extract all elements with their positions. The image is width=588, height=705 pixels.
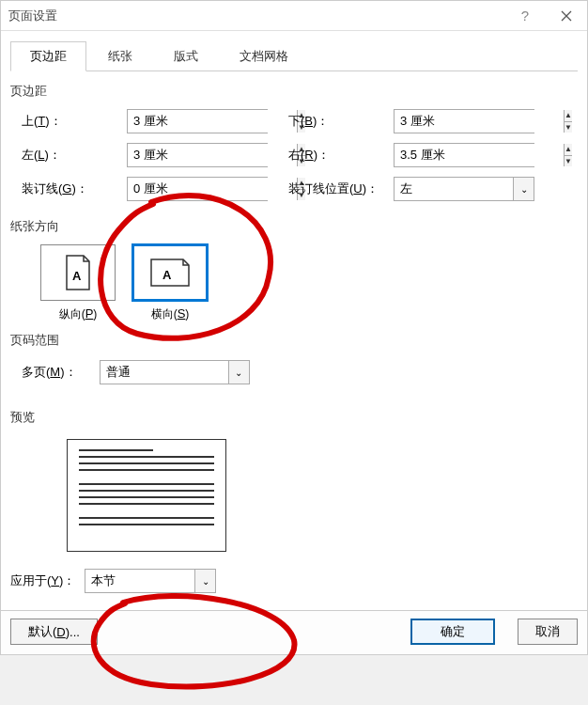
gutter-value[interactable] — [128, 178, 297, 200]
ok-button[interactable]: 确定 — [410, 619, 495, 645]
gutter-pos-value: 左 — [395, 178, 513, 200]
apply-to-row: 应用于(Y)： 本节 ⌄ — [10, 569, 578, 593]
help-button[interactable]: ? — [504, 1, 546, 31]
titlebar: 页面设置 ? — [1, 1, 587, 31]
close-icon — [561, 10, 572, 22]
portrait-label: 纵向(P) — [59, 306, 98, 322]
dialog-title: 页面设置 — [8, 8, 504, 24]
bottom-margin-input[interactable]: ▲▼ — [394, 109, 534, 133]
close-button[interactable] — [546, 1, 587, 31]
section-margins-label: 页边距 — [10, 83, 578, 100]
portrait-page-icon: A — [63, 254, 93, 291]
margins-grid: 上(T)： ▲▼ 下(B)： ▲▼ 左(L)： ▲▼ 右(R)： ▲▼ 装订线(… — [22, 109, 578, 201]
gutter-pos-dropdown[interactable]: 左 ⌄ — [394, 177, 534, 201]
right-margin-input[interactable]: ▲▼ — [394, 143, 534, 167]
left-margin-value[interactable] — [128, 144, 297, 166]
cancel-button[interactable]: 取消 — [518, 619, 578, 645]
page-setup-dialog: 页面设置 ? 页边距 纸张 版式 文档网格 页边距 上(T)： ▲▼ 下(B)：… — [0, 0, 588, 655]
chevron-down-icon[interactable]: ⌄ — [228, 361, 249, 384]
preview-box — [67, 439, 226, 552]
tab-grid[interactable]: 文档网格 — [220, 41, 308, 71]
spin-down-icon[interactable]: ▼ — [565, 122, 572, 133]
landscape-page-icon: A — [149, 258, 191, 288]
gutter-label: 装订线(G)： — [22, 180, 116, 197]
multipage-value: 普通 — [101, 361, 228, 384]
left-margin-input[interactable]: ▲▼ — [127, 143, 268, 167]
multipage-label: 多页(M)： — [22, 364, 77, 381]
section-preview-label: 预览 — [10, 409, 578, 426]
dialog-content: 页边距 纸张 版式 文档网格 页边距 上(T)： ▲▼ 下(B)： ▲▼ 左(L… — [1, 31, 587, 610]
chevron-down-icon[interactable]: ⌄ — [513, 178, 534, 200]
spin-up-icon[interactable]: ▲ — [565, 144, 572, 156]
tab-layout[interactable]: 版式 — [154, 41, 218, 71]
left-margin-label: 左(L)： — [22, 147, 116, 164]
tab-strip: 页边距 纸张 版式 文档网格 — [10, 40, 578, 71]
landscape-label: 横向(S) — [151, 306, 190, 322]
dialog-footer: 默认(D)... 确定 取消 — [1, 610, 587, 654]
gutter-pos-label: 装订线位置(U)： — [288, 180, 382, 197]
top-margin-input[interactable]: ▲▼ — [127, 109, 268, 133]
bottom-margin-label: 下(B)： — [288, 113, 382, 130]
multipage-dropdown[interactable]: 普通 ⌄ — [100, 360, 250, 384]
section-pagerange-label: 页码范围 — [10, 332, 578, 349]
top-margin-label: 上(T)： — [22, 113, 116, 130]
svg-text:A: A — [72, 269, 82, 283]
section-orientation-label: 纸张方向 — [10, 218, 578, 235]
orientation-landscape[interactable]: A 横向(S) — [132, 244, 208, 322]
orientation-portrait[interactable]: A 纵向(P) — [40, 244, 116, 322]
bottom-margin-value[interactable] — [395, 110, 564, 133]
tab-margins[interactable]: 页边距 — [10, 41, 86, 71]
gutter-input[interactable]: ▲▼ — [127, 177, 268, 201]
svg-text:A: A — [162, 268, 172, 282]
spin-down-icon[interactable]: ▼ — [565, 156, 572, 167]
apply-to-dropdown[interactable]: 本节 ⌄ — [85, 569, 216, 593]
right-margin-value[interactable] — [395, 144, 564, 166]
orientation-row: A 纵向(P) A 横向(S) — [40, 244, 578, 322]
spin-up-icon[interactable]: ▲ — [565, 110, 572, 122]
top-margin-value[interactable] — [128, 110, 297, 133]
apply-to-value: 本节 — [85, 570, 194, 592]
chevron-down-icon[interactable]: ⌄ — [194, 570, 215, 592]
multipage-row: 多页(M)： 普通 ⌄ — [22, 360, 578, 384]
default-button[interactable]: 默认(D)... — [10, 619, 98, 645]
apply-to-label: 应用于(Y)： — [10, 572, 75, 589]
right-margin-label: 右(R)： — [288, 147, 382, 164]
tab-paper[interactable]: 纸张 — [88, 41, 152, 71]
